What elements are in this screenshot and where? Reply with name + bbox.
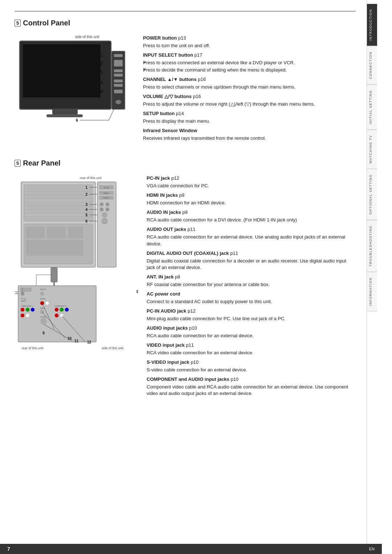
svg-point-80 <box>21 308 24 311</box>
item-label: INPUT SELECT button p17 <box>143 52 202 58</box>
item-desc: Press to access connected an external de… <box>143 60 356 66</box>
svg-text:2: 2 <box>101 61 103 65</box>
list-item: PC-IN AUDIO jack p12 Mini-plug audio cab… <box>147 308 356 322</box>
svg-point-81 <box>26 308 29 311</box>
svg-rect-8 <box>114 60 123 66</box>
svg-text:rear of this unit: rear of this unit <box>22 346 44 350</box>
svg-point-93 <box>41 318 46 324</box>
item-desc: Digital audio coaxial cable connection f… <box>147 258 356 271</box>
svg-text:COMPONENT 2: COMPONENT 2 <box>54 305 66 307</box>
list-item: INPUT SELECT button p17 Press to access … <box>143 52 356 73</box>
list-item: Infrared Sensor Window Receives infrared… <box>143 127 356 142</box>
item-label: CHANNEL ▲/▼ buttons p16 <box>143 77 206 82</box>
item-label: AUDIO IN jacks p9 <box>147 209 188 215</box>
list-item: DIGITAL AUDIO OUT (COAXIAL) jack p11 Dig… <box>147 250 356 271</box>
list-item: ANT. IN jack p8 RF coaxial cable connect… <box>147 274 356 288</box>
svg-rect-30 <box>24 185 93 221</box>
rear-panel-title-text: Rear Panel <box>23 159 60 167</box>
item-label: ANT. IN jack p8 <box>147 274 180 280</box>
control-panel-image: Control Panel side of this unit <box>15 19 134 144</box>
svg-point-86 <box>40 292 44 296</box>
sidebar-tab-connection[interactable]: CONNECTION <box>367 46 377 85</box>
svg-point-84 <box>26 314 29 317</box>
control-panel-list: POWER button p13 Press to turn the unit … <box>143 35 356 142</box>
sidebar-tab-information[interactable]: INFORMATION <box>367 272 377 311</box>
svg-rect-9 <box>114 69 123 72</box>
svg-rect-43 <box>26 241 83 255</box>
svg-point-82 <box>31 308 34 311</box>
svg-rect-10 <box>114 74 123 77</box>
svg-text:1: 1 <box>85 186 87 190</box>
svg-text:12: 12 <box>87 340 91 344</box>
sidebar-tab-introduction[interactable]: INTRODUCTION <box>367 4 377 46</box>
svg-rect-41 <box>47 227 65 238</box>
control-panel-diagram: side of this unit <box>15 33 127 131</box>
svg-text:2: 2 <box>85 192 87 196</box>
svg-text:4: 4 <box>101 80 103 85</box>
svg-text:AUDIO: AUDIO <box>40 298 45 300</box>
control-panel-title-text: Control Panel <box>23 19 70 27</box>
item-desc: RCA audio cable connection for an extern… <box>147 333 356 339</box>
sidebar-tab-optional-setting[interactable]: OPTIONAL SETTING <box>367 169 377 220</box>
item-desc: HDMI connection for an HDMI device. <box>147 200 356 206</box>
svg-point-95 <box>55 308 58 311</box>
item-desc: S-video cable connection for an external… <box>147 367 356 373</box>
item-label: AUDIO input jacks p10 <box>147 325 197 331</box>
svg-text:COMPONENT 1: COMPONENT 1 <box>21 305 33 307</box>
item-label: PC-IN jack p12 <box>147 175 179 181</box>
svg-point-89 <box>45 301 49 305</box>
sidebar-tab-troubleshooting[interactable]: TROUBLESHOOTING <box>367 220 377 272</box>
item-desc2: Press to decide the command of setting w… <box>143 67 356 73</box>
item-desc: Press to turn the unit on and off. <box>143 42 356 49</box>
control-panel-section: Control Panel side of this unit <box>15 19 356 144</box>
list-item: HDMI IN jacks p9 HDMI connection for an … <box>147 192 356 206</box>
svg-point-51 <box>100 203 103 206</box>
svg-point-98 <box>55 314 58 317</box>
item-desc: RF coaxial cable connection for your ant… <box>147 281 356 288</box>
svg-point-83 <box>21 314 24 317</box>
top-rule <box>15 11 356 12</box>
svg-rect-7 <box>114 54 123 57</box>
item-label: PC-IN AUDIO jack p12 <box>147 308 196 314</box>
item-label: DIGITAL AUDIO OUT (COAXIAL) jack p11 <box>147 250 238 256</box>
sidebar-tabs: INTRODUCTION CONNECTION INITIAL SETTING … <box>367 0 377 554</box>
item-desc: Mini-plug audio cable connection for PC.… <box>147 315 356 322</box>
sidebar-tab-watching-tv[interactable]: WATCHING TV <box>367 130 377 169</box>
sidebar-tab-initial-setting[interactable]: INITIAL SETTING <box>367 85 377 130</box>
svg-rect-11 <box>114 80 123 82</box>
item-desc: Press to adjust the volume or move right… <box>143 101 356 107</box>
list-item: VIDEO input jack p11 RCA video cable con… <box>147 342 356 356</box>
item-desc: RCA audio cable connection for an extern… <box>147 234 356 247</box>
page-number: 7 <box>7 546 10 552</box>
item-label: AUDIO OUT jacks p11 <box>147 227 195 232</box>
svg-text:S-VIDEO: S-VIDEO <box>40 316 47 318</box>
item-label: S-VIDEO input jack p10 <box>147 359 199 365</box>
item-desc: Receives infrared rays transmitted from … <box>143 135 356 142</box>
rear-panel-section: Rear Panel rear of this unit <box>15 159 356 400</box>
item-label: POWER button p13 <box>143 35 186 41</box>
rear-panel-list: PC-IN jack p12 VGA cable connection for … <box>147 175 356 397</box>
svg-text:side of this unit: side of this unit <box>102 346 124 350</box>
rear-panel-title: Rear Panel <box>15 159 138 167</box>
list-item: S-VIDEO input jack p10 S-video cable con… <box>147 359 356 373</box>
svg-rect-4 <box>52 109 78 114</box>
svg-text:5: 5 <box>85 213 87 217</box>
svg-point-54 <box>106 208 109 211</box>
svg-text:3: 3 <box>101 70 103 74</box>
svg-text:3: 3 <box>85 203 87 207</box>
svg-rect-42 <box>68 227 83 238</box>
item-desc: Press to select channels or move up/down… <box>143 84 356 90</box>
svg-text:HDMI 2: HDMI 2 <box>103 197 109 199</box>
item-desc: VGA cable connection for PC. <box>147 183 356 189</box>
svg-point-96 <box>60 308 64 311</box>
svg-rect-75 <box>20 288 31 292</box>
svg-point-52 <box>106 203 109 206</box>
svg-rect-2 <box>23 44 101 98</box>
list-item: AUDIO OUT jacks p11 RCA audio cable conn… <box>147 226 356 247</box>
list-item: CHANNEL ▲/▼ buttons p16 Press to select … <box>143 76 356 90</box>
rear-panel-descriptions: PC-IN jack p12 VGA cable connection for … <box>147 159 356 400</box>
item-label: SETUP button p14 <box>143 111 184 116</box>
list-item: VOLUME △/▽ buttons p16 Press to adjust t… <box>143 93 356 107</box>
svg-rect-13 <box>114 90 123 93</box>
svg-text:9: 9 <box>42 331 45 335</box>
